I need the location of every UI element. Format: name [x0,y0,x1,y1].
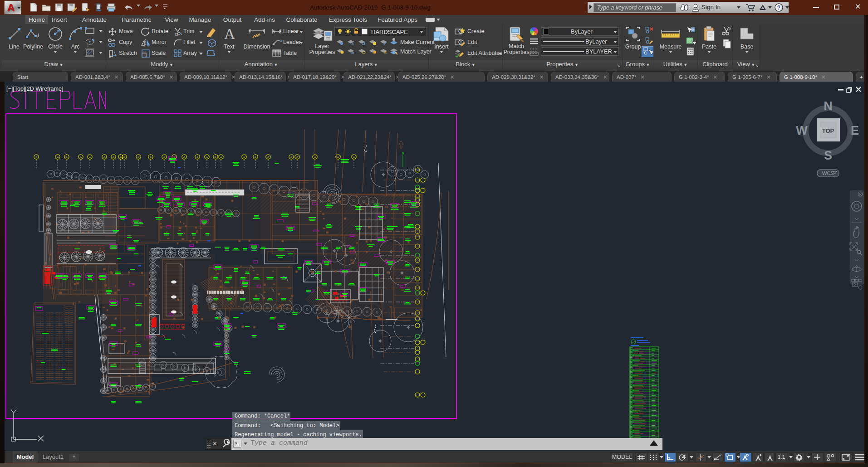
svg-text:A: A [196,156,198,159]
svg-text:E: E [851,124,859,137]
svg-text:A: A [35,156,37,159]
svg-text:A: A [296,156,298,159]
svg-text:TOP: TOP [822,127,834,134]
svg-text:A: A [80,156,82,159]
svg-text:W: W [796,124,808,137]
svg-text:A: A [183,156,185,159]
svg-text:S: S [824,149,832,162]
svg-text:A: A [243,156,245,159]
svg-text:A: A [267,156,269,159]
svg-text:N: N [824,99,833,113]
svg-text:WCS: WCS [822,170,834,176]
svg-text:A: A [103,156,105,159]
svg-text:A: A [353,156,355,159]
svg-text:[−][Top][2D Wireframe]: [−][Top][2D Wireframe] [6,86,63,92]
svg-text:A: A [150,156,152,159]
svg-text:A: A [120,156,122,159]
svg-text:?: ? [777,5,780,11]
svg-text:A: A [123,156,125,159]
svg-text:A: A [163,156,165,159]
svg-text:A: A [337,156,339,159]
svg-text:A: A [137,156,139,159]
svg-text:A: A [255,156,256,159]
svg-text:A: A [206,156,208,159]
svg-text:A: A [66,156,68,159]
svg-text:A: A [220,156,222,159]
svg-text:A: A [113,156,114,159]
svg-text:A: A [89,156,91,159]
svg-text:A: A [224,25,235,42]
svg-text:A: A [215,156,216,159]
svg-text:A: A [290,156,292,159]
svg-text:A: A [57,156,59,159]
